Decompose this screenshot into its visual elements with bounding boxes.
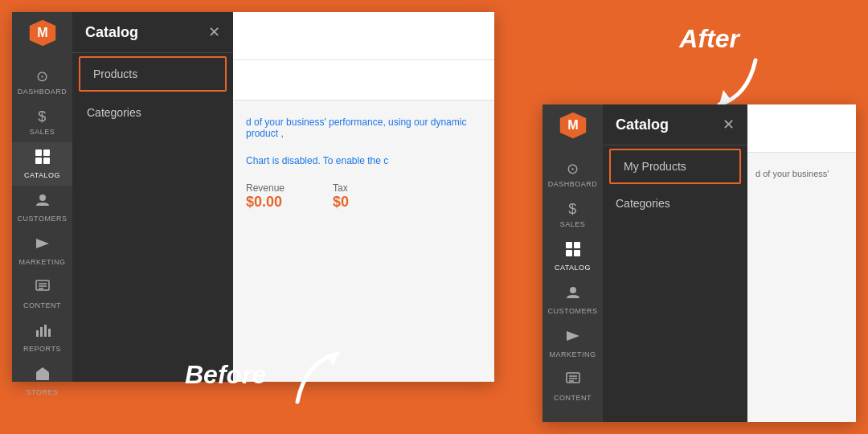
tax-item-before: Tax $0 [333, 182, 349, 211]
sidebar-item-dashboard-after[interactable]: ⊙ DASHBOARD [542, 154, 603, 194]
svg-rect-23 [566, 250, 572, 256]
svg-rect-13 [40, 327, 43, 337]
svg-rect-24 [574, 250, 580, 256]
content-icon-after [565, 371, 581, 391]
svg-marker-17 [326, 354, 338, 366]
dashboard-icon-before: ⊙ [36, 68, 49, 85]
sidebar-item-content-before[interactable]: CONTENT [12, 272, 72, 316]
revenue-row-before: Revenue $0.00 Tax $0 [246, 182, 481, 211]
sidebar-after: M ⊙ DASHBOARD $ SALES CATALOG [542, 104, 603, 422]
svg-rect-15 [48, 329, 51, 337]
revenue-amount-before: $0.00 [246, 194, 282, 210]
intro-text-before: d of your business' performance, using o… [246, 117, 481, 139]
marketing-label-after: MARKETING [549, 350, 596, 358]
tax-label-before: Tax [333, 182, 349, 194]
catalog-panel-title-before: Catalog [85, 24, 138, 41]
sidebar-item-dashboard-before[interactable]: ⊙ DASHBOARD [12, 61, 72, 102]
catalog-close-button-after[interactable]: ✕ [723, 116, 735, 133]
catalog-icon-before [35, 149, 51, 169]
main-content-after: d of your business' [747, 104, 856, 422]
svg-point-6 [39, 194, 46, 201]
sales-icon-before: $ [38, 108, 47, 125]
catalog-close-button-before[interactable]: ✕ [208, 23, 220, 41]
catalog-panel-header-after: Catalog ✕ [603, 104, 747, 145]
sidebar-item-reports-before[interactable]: REPORTS [12, 316, 72, 359]
top-bar-before [233, 12, 494, 60]
magento-logo-before: M [28, 18, 57, 53]
sidebar-item-catalog-after[interactable]: CATALOG [542, 235, 603, 278]
sales-icon-after: $ [568, 201, 577, 218]
sidebar-before: M ⊙ DASHBOARD $ SALES CATALOG [12, 12, 72, 382]
content-icon-before [35, 279, 51, 299]
reports-icon-before [35, 322, 51, 342]
svg-rect-2 [35, 149, 42, 156]
svg-rect-21 [566, 242, 572, 248]
tax-amount-before: $0 [333, 194, 349, 210]
catalog-menu-categories-after[interactable]: Categories [603, 187, 747, 219]
svg-rect-16 [36, 372, 49, 380]
sidebar-item-sales-before[interactable]: $ SALES [12, 102, 72, 142]
content-label-before: CONTENT [23, 301, 61, 309]
dashboard-label-after: DASHBOARD [548, 180, 598, 188]
stores-label-before: STORES [27, 388, 59, 396]
revenue-label-before: Revenue [246, 182, 285, 194]
catalog-menu-products-before[interactable]: Products [79, 56, 227, 92]
revenue-item-before: Revenue $0.00 [246, 182, 285, 211]
catalog-panel-header-before: Catalog ✕ [72, 12, 233, 53]
catalog-label-before: CATALOG [24, 171, 60, 179]
before-panel: M ⊙ DASHBOARD $ SALES CATALOG [12, 12, 494, 382]
chart-disabled-text-before: Chart is disabled. To enable the c [246, 155, 481, 166]
customers-icon-after [565, 285, 581, 305]
svg-rect-14 [44, 325, 47, 337]
dashboard-icon-after: ⊙ [567, 160, 579, 178]
svg-rect-4 [35, 158, 42, 164]
svg-rect-12 [36, 330, 39, 337]
second-bar-before [233, 60, 494, 100]
sidebar-item-customers-after[interactable]: CUSTOMERS [542, 278, 603, 321]
catalog-panel-title-after: Catalog [616, 117, 669, 133]
arrow-before [281, 338, 346, 402]
marketing-label-before: MARKETING [18, 258, 65, 266]
dashboard-label-before: DASHBOARD [18, 88, 68, 96]
stores-icon-before [35, 366, 51, 386]
arrow-after [699, 48, 764, 113]
svg-rect-22 [574, 242, 580, 248]
svg-point-25 [570, 287, 576, 293]
svg-rect-5 [43, 158, 50, 164]
catalog-menu-categories-before[interactable]: Categories [72, 95, 233, 130]
catalog-panel-after: Catalog ✕ My Products Categories [603, 104, 747, 422]
main-body-before: d of your business' performance, using o… [233, 100, 494, 227]
main-content-before: d of your business' performance, using o… [233, 12, 494, 382]
svg-text:M: M [567, 117, 578, 132]
sales-label-after: SALES [560, 220, 586, 228]
sidebar-item-sales-after[interactable]: $ SALES [542, 194, 603, 235]
sidebar-item-marketing-after[interactable]: MARKETING [542, 321, 603, 365]
svg-marker-26 [567, 331, 579, 341]
catalog-icon-after [565, 241, 581, 261]
sidebar-item-marketing-before[interactable]: MARKETING [12, 229, 72, 272]
sidebar-item-customers-before[interactable]: CUSTOMERS [12, 186, 72, 229]
intro-text-after: d of your business' [755, 169, 848, 178]
svg-marker-7 [36, 239, 49, 248]
magento-logo-after: M [559, 111, 588, 145]
marketing-icon-after [565, 328, 581, 348]
catalog-menu-myproducts-after[interactable]: My Products [609, 149, 741, 184]
content-label-after: CONTENT [554, 394, 592, 402]
top-bar-after [747, 104, 856, 153]
sidebar-item-stores-before[interactable]: STORES [12, 359, 72, 403]
label-before: Before [185, 360, 266, 390]
after-panel: M ⊙ DASHBOARD $ SALES CATALOG [542, 104, 856, 422]
svg-text:M: M [37, 25, 47, 39]
main-body-after: d of your business' [747, 153, 856, 194]
sales-label-before: SALES [30, 128, 55, 136]
customers-label-after: CUSTOMERS [548, 307, 598, 315]
customers-icon-before [35, 192, 51, 212]
reports-label-before: REPORTS [23, 345, 61, 353]
customers-label-before: CUSTOMERS [18, 215, 68, 223]
svg-rect-3 [43, 149, 50, 156]
catalog-label-after: CATALOG [555, 264, 591, 272]
sidebar-item-catalog-before[interactable]: CATALOG [12, 142, 72, 186]
marketing-icon-before [35, 235, 51, 256]
sidebar-item-content-after[interactable]: CONTENT [542, 365, 603, 408]
catalog-panel-before: Catalog ✕ Products Categories [72, 12, 233, 382]
